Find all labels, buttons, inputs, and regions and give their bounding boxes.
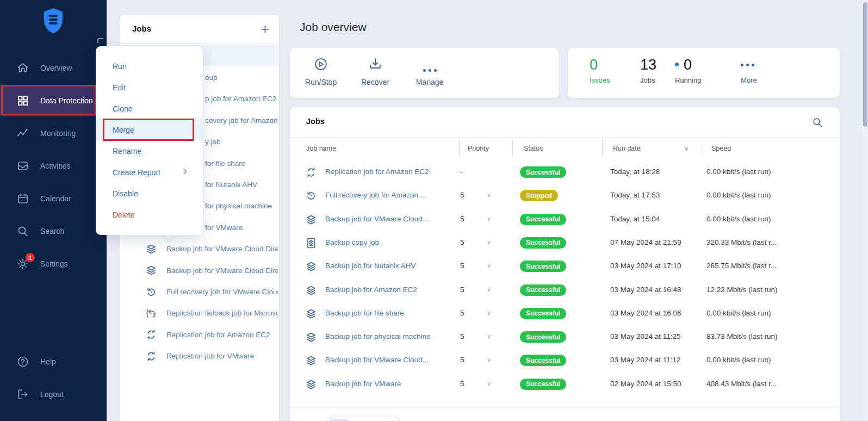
- sidebar-item-monitoring[interactable]: Monitoring‹: [0, 118, 107, 148]
- table-row[interactable]: Backup job for file share5∨Successful03 …: [290, 302, 840, 325]
- recover-button[interactable]: Recover: [351, 58, 400, 86]
- pagination-segment: [328, 419, 349, 421]
- column-header-speed[interactable]: Speed: [711, 145, 731, 152]
- job-name-link[interactable]: Backup job for VMware Cloud...: [325, 215, 429, 223]
- menu-item-merge[interactable]: Merge: [96, 119, 203, 140]
- job-name-link[interactable]: Backup job for VMware: [325, 380, 401, 388]
- replication-icon: [305, 171, 318, 181]
- priority-dropdown-icon[interactable]: ∨: [487, 191, 491, 199]
- speed-value: 83.73 Mbit/s (last run): [706, 332, 778, 340]
- stat-value: 13: [640, 57, 656, 73]
- column-header-run-date[interactable]: Run date: [613, 145, 641, 152]
- column-header-job-name[interactable]: Job name: [306, 145, 336, 152]
- menu-item-run[interactable]: Run: [96, 55, 203, 77]
- priority-dropdown-icon[interactable]: ∨: [487, 356, 491, 363]
- sidebar-item-settings[interactable]: 1Settings: [0, 249, 107, 279]
- sidebar-item-search[interactable]: Search: [0, 216, 107, 246]
- priority-dropdown-icon[interactable]: ∨: [487, 286, 491, 293]
- priority-dropdown-icon[interactable]: ∨: [487, 239, 491, 246]
- priority-dropdown-icon[interactable]: ∨: [487, 380, 491, 387]
- priority-value: 5: [460, 191, 464, 199]
- menu-item-disable[interactable]: Disable: [96, 183, 203, 204]
- job-list-item[interactable]: Replication failback job for Microsof: [120, 302, 279, 324]
- sidebar-item-activities[interactable]: Activities: [0, 151, 107, 181]
- table-row[interactable]: Backup job for Amazon EC25∨Successful03 …: [290, 278, 840, 302]
- column-header-status[interactable]: Status: [524, 145, 543, 152]
- job-list-item-label: p job for Amazon EC2: [205, 95, 278, 103]
- failback-icon: [145, 312, 158, 321]
- job-list-item[interactable]: Replication job for VMware: [120, 345, 279, 367]
- shield-logo: [42, 8, 64, 35]
- job-list-item-label: Replication job for VMware: [166, 352, 278, 360]
- table-row[interactable]: Backup job for VMware Cloud...5∨Successf…: [290, 208, 840, 231]
- menu-item-rename[interactable]: Rename: [96, 140, 203, 162]
- backup-icon: [145, 269, 158, 278]
- sidebar-item-logout[interactable]: Logout: [0, 379, 107, 410]
- menu-item-label: Merge: [113, 126, 134, 134]
- job-name-link[interactable]: Replication job for Amazon EC2: [325, 168, 429, 176]
- job-name-link[interactable]: Backup copy job: [325, 238, 379, 246]
- table-row[interactable]: Replication job for Amazon EC2-Successfu…: [290, 160, 840, 184]
- search-icon: [16, 225, 29, 238]
- table-row[interactable]: Backup job for VMware Cloud...5∨Successf…: [290, 349, 840, 372]
- recovery-icon: [145, 291, 158, 300]
- toolbar-button-label: Manage: [405, 78, 454, 86]
- table-row[interactable]: Backup job for Nutanix AHV5∨Successful03…: [290, 255, 840, 278]
- column-header-priority[interactable]: Priority: [468, 145, 489, 152]
- job-name-link[interactable]: Backup job for physical machine: [325, 332, 431, 340]
- sidebar-item-label: Settings: [40, 259, 68, 268]
- job-list-item-label: for file share: [205, 159, 278, 168]
- run-stop-button[interactable]: Run/Stop: [296, 58, 345, 86]
- job-list-item-label: Backup job for VMware Cloud Direc: [166, 245, 278, 253]
- menu-item-create-report[interactable]: Create Report: [96, 162, 203, 183]
- menu-item-label: Delete: [113, 210, 134, 219]
- run-date-value: 03 May 2024 at 11:12: [610, 356, 681, 364]
- job-list-item[interactable]: Replication job for Amazon EC2: [120, 324, 279, 345]
- status-badge: Successful: [520, 166, 566, 178]
- sidebar-item-overview[interactable]: Overview: [0, 53, 107, 83]
- sidebar-item-label: Monitoring: [40, 129, 76, 138]
- sidebar-item-calendar[interactable]: Calendar: [0, 183, 107, 214]
- page-title: Job overview: [300, 21, 367, 34]
- job-list-item-label: for physical machine: [205, 202, 278, 210]
- stat-more[interactable]: More: [741, 57, 757, 84]
- job-name-link[interactable]: Backup job for Nutanix AHV: [325, 262, 416, 270]
- sidebar-item-label: Calendar: [40, 194, 71, 203]
- job-list-item[interactable]: Backup job for VMware Cloud Direc: [120, 238, 279, 259]
- priority-dropdown-icon[interactable]: ∨: [487, 333, 491, 340]
- table-row[interactable]: Full recovery job for Amazon ...5∨Stoppe…: [290, 184, 840, 207]
- job-list-item[interactable]: Backup job for VMware Cloud Direc: [120, 260, 279, 281]
- sidebar: OverviewData ProtectionMonitoring‹Activi…: [0, 0, 107, 421]
- menu-item-delete[interactable]: Delete: [96, 204, 203, 225]
- running-dot-icon: [675, 63, 679, 66]
- page-scrollbar-thumb[interactable]: [863, 2, 867, 127]
- priority-dropdown-icon[interactable]: ∨: [487, 215, 491, 222]
- pagination-control[interactable]: [326, 417, 401, 421]
- job-name-link[interactable]: Backup job for file share: [325, 309, 404, 317]
- more-ellipsis-icon: [741, 57, 757, 73]
- replication-icon: [145, 355, 158, 364]
- jobs-panel-header: Jobs +: [120, 15, 279, 44]
- grid-icon: [16, 94, 29, 107]
- table-row[interactable]: Backup copy job5∨Successful07 May 2024 a…: [290, 231, 840, 255]
- sidebar-item-help[interactable]: Help: [0, 346, 107, 377]
- job-name-link[interactable]: Full recovery job for Amazon ...: [325, 191, 426, 199]
- sort-chevron-icon[interactable]: ∨: [684, 145, 689, 152]
- job-list-item[interactable]: Full recovery job for VMware Cloud: [120, 281, 279, 302]
- search-icon[interactable]: [811, 116, 823, 128]
- priority-dropdown-icon[interactable]: ∨: [487, 309, 491, 317]
- add-job-button[interactable]: +: [261, 20, 269, 38]
- status-badge: Successful: [520, 331, 566, 343]
- job-name-link[interactable]: Backup job for Amazon EC2: [325, 286, 417, 294]
- manage-button[interactable]: Manage: [405, 58, 454, 86]
- column-separator: [459, 141, 460, 156]
- sidebar-item-data-protection[interactable]: Data Protection: [0, 85, 107, 116]
- menu-item-clone[interactable]: Clone: [96, 98, 203, 119]
- job-name-link[interactable]: Backup job for VMware Cloud...: [325, 356, 429, 364]
- table-row[interactable]: Backup job for VMware5∨Successful02 May …: [290, 373, 840, 396]
- menu-item-edit[interactable]: Edit: [96, 77, 203, 98]
- backup-icon: [145, 248, 158, 257]
- priority-value: 5: [460, 215, 464, 223]
- table-row[interactable]: Backup job for physical machine5∨Success…: [290, 325, 840, 349]
- priority-dropdown-icon[interactable]: ∨: [487, 262, 491, 269]
